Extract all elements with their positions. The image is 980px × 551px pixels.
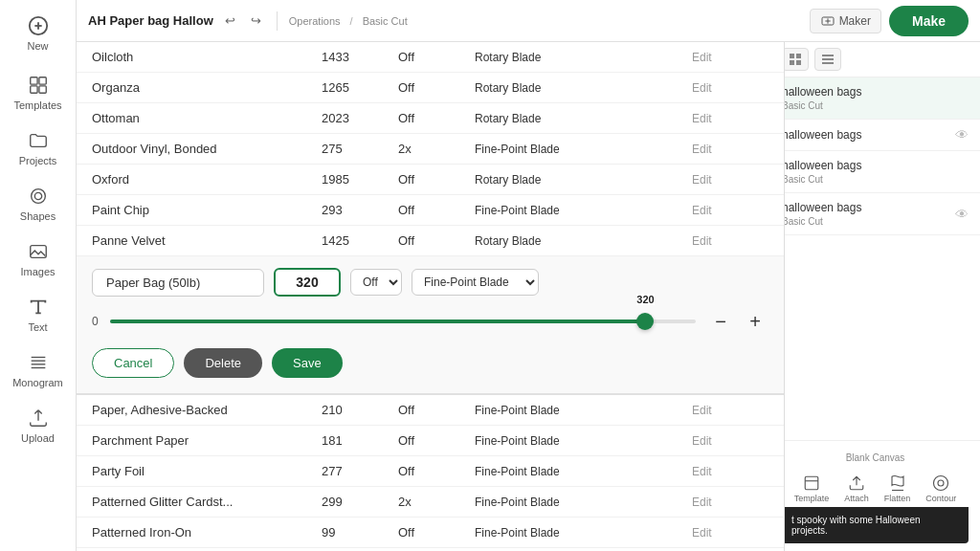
row-multicut: 2x [398, 495, 475, 509]
row-blade: Rotary Blade [475, 112, 692, 125]
sidebar-item-projects[interactable]: Projects [8, 122, 69, 174]
row-pressure: 99 [322, 525, 398, 540]
slider-thumb[interactable]: 320 [636, 313, 654, 330]
row-pressure: 181 [322, 433, 398, 448]
eye-icon[interactable]: 👁 [955, 207, 969, 222]
sidebar-item-shapes[interactable]: Shapes [8, 178, 69, 230]
slider-fill [110, 320, 646, 323]
delete-button[interactable]: Delete [184, 348, 262, 378]
operations-label: Operations [289, 15, 341, 27]
list-view-button[interactable] [814, 48, 841, 71]
row-blade: Fine-Point Blade [475, 496, 692, 509]
svg-rect-5 [30, 86, 36, 93]
right-panel-item[interactable]: halloween bags Basic Cut [770, 77, 980, 120]
right-panel-item[interactable]: halloween bags Basic Cut 👁 [770, 193, 980, 235]
sidebar-item-templates[interactable]: Templates [8, 67, 69, 119]
row-material: Party Foil [92, 464, 322, 478]
row-edit-button[interactable]: Edit [692, 404, 768, 417]
svg-rect-24 [796, 60, 801, 65]
row-edit-button[interactable]: Edit [692, 204, 768, 217]
expanded-row: Paper Bag (50lb) Off2x3x Fine-Point Blad… [77, 256, 784, 395]
rp-item-name: halloween bags [782, 201, 861, 214]
row-edit-button[interactable]: Edit [692, 51, 768, 64]
svg-rect-6 [38, 86, 45, 93]
row-multicut: Off [398, 80, 475, 95]
svg-rect-22 [796, 54, 801, 58]
row-pressure: 277 [322, 464, 398, 478]
svg-rect-21 [790, 54, 794, 58]
sidebar-item-text[interactable]: Text [8, 289, 69, 341]
redo-button[interactable]: ↪ [247, 10, 265, 32]
row-edit-button[interactable]: Edit [692, 81, 768, 95]
sidebar-item-new[interactable]: New [8, 8, 69, 59]
table-row: Patterned Glitter Cardst... 299 2x Fine-… [77, 487, 784, 518]
sidebar-item-templates-label: Templates [13, 99, 61, 111]
row-pressure: 2023 [322, 111, 398, 125]
rp-item-name: halloween bags [782, 159, 861, 172]
rp-item-text: halloween bags Basic Cut [782, 85, 861, 111]
row-material: Oilcloth [92, 50, 322, 64]
row-blade: Fine-Point Blade [475, 404, 692, 417]
right-panel-item[interactable]: halloween bags Basic Cut [770, 151, 980, 193]
row-edit-button[interactable]: Edit [692, 434, 768, 448]
svg-rect-4 [38, 77, 45, 84]
sidebar-item-upload[interactable]: Upload [8, 400, 69, 452]
row-material: Parchment Paper [92, 433, 322, 448]
row-pressure: 210 [322, 403, 398, 417]
row-multicut: Off [398, 233, 475, 248]
template-button[interactable]: Template [794, 474, 830, 503]
rows-before: Oilcloth 1433 Off Rotary Blade Edit Orga… [77, 42, 784, 256]
row-material: Outdoor Vinyl, Bonded [92, 142, 322, 156]
slider-value-label: 320 [636, 294, 654, 305]
row-edit-button[interactable]: Edit [692, 143, 768, 156]
row-edit-button[interactable]: Edit [692, 173, 768, 187]
decrease-button[interactable]: − [707, 308, 734, 335]
table-row: Paper, Adhesive-Backed 210 Off Fine-Poin… [77, 395, 784, 426]
right-panel-footer: Blank Canvas Template Attach Flatten Con… [770, 440, 980, 551]
blade-select[interactable]: Fine-Point BladeDeep-Point BladeRotary B… [412, 269, 539, 296]
table-row: Paint Chip 293 Off Fine-Point Blade Edit [77, 195, 784, 226]
row-edit-button[interactable]: Edit [692, 234, 768, 248]
row-edit-button[interactable]: Edit [692, 496, 768, 509]
eye-icon[interactable]: 👁 [955, 127, 969, 143]
row-multicut: 2x [398, 142, 475, 156]
row-multicut: Off [398, 172, 475, 187]
contour-button[interactable]: Contour [925, 474, 956, 503]
contour-label: Contour [925, 494, 956, 503]
row-material: Oxford [92, 172, 322, 187]
row-edit-button[interactable]: Edit [692, 465, 768, 478]
flatten-button[interactable]: Flatten [884, 474, 911, 503]
svg-rect-9 [30, 246, 46, 258]
multi-cut-select[interactable]: Off2x3x [350, 269, 402, 296]
cancel-button[interactable]: Cancel [92, 348, 174, 378]
left-sidebar: New Templates Projects Shapes Images Tex… [0, 0, 77, 551]
contour-icon [932, 474, 949, 492]
attach-button[interactable]: Attach [844, 474, 869, 503]
row-material: Patterned Iron-On [92, 525, 322, 540]
save-button[interactable]: Save [272, 348, 343, 378]
row-blade: Rotary Blade [475, 51, 692, 64]
sidebar-item-monogram-label: Monogram [12, 377, 63, 388]
row-pressure: 275 [322, 142, 398, 156]
sidebar-item-monogram[interactable]: Monogram [8, 344, 69, 396]
rp-item-name: halloween bags [782, 85, 861, 99]
sidebar-item-images[interactable]: Images [8, 233, 69, 285]
template-icon [803, 474, 820, 492]
row-blade: Rotary Blade [475, 81, 692, 95]
row-pressure: 299 [322, 495, 398, 509]
row-material: Panne Velvet [92, 233, 322, 248]
row-blade: Fine-Point Blade [475, 434, 692, 448]
grid-view-button[interactable] [782, 48, 809, 71]
row-edit-button[interactable]: Edit [692, 112, 768, 125]
increase-button[interactable]: + [742, 308, 768, 335]
undo-button[interactable]: ↩ [221, 10, 239, 32]
pressure-input[interactable] [274, 268, 341, 297]
sidebar-item-new-label: New [27, 40, 48, 52]
right-panel-item[interactable]: halloween bags 👁 [770, 120, 980, 151]
sidebar-item-images-label: Images [20, 266, 55, 277]
slider-container[interactable]: 320 [110, 312, 696, 331]
row-multicut: Off [398, 525, 475, 540]
row-edit-button[interactable]: Edit [692, 526, 768, 540]
make-button[interactable]: Make [889, 6, 969, 36]
table-row: Outdoor Vinyl, Bonded 275 2x Fine-Point … [77, 134, 784, 165]
